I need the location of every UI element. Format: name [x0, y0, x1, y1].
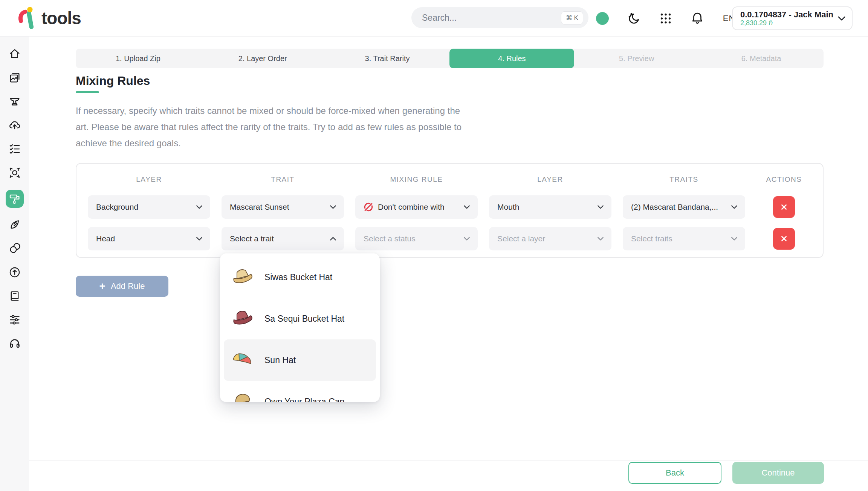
- upload-circle-icon: [8, 266, 21, 279]
- chevron-down-icon: [837, 16, 846, 21]
- add-rule-label: Add Rule: [111, 281, 145, 291]
- gallery-icon: [8, 71, 21, 84]
- rocket-icon: [8, 218, 21, 231]
- step-upload-zip[interactable]: 1. Upload Zip: [76, 49, 200, 68]
- chevron-down-icon: [196, 236, 203, 241]
- step-layer-order[interactable]: 2. Layer Order: [200, 49, 325, 68]
- sliders-icon: [8, 313, 21, 326]
- chevron-down-icon: [196, 205, 203, 209]
- mixing-rule-select[interactable]: Select a status: [355, 227, 478, 250]
- column-header-traits: TRAITS: [623, 175, 745, 184]
- brand-logo-icon: [16, 6, 38, 30]
- column-header-trait: TRAIT: [222, 175, 344, 184]
- cap-icon: [229, 392, 256, 402]
- sidebar-item-launch[interactable]: [6, 218, 24, 232]
- step-preview[interactable]: 5. Preview: [574, 49, 699, 68]
- sidebar-item-home[interactable]: [6, 47, 24, 61]
- bell-icon: [690, 11, 704, 26]
- chevron-down-icon: [731, 205, 738, 209]
- trait-select-open[interactable]: Select a trait: [222, 227, 344, 250]
- sidebar-item-checklist[interactable]: [6, 142, 24, 156]
- step-rules[interactable]: 4. Rules: [449, 49, 574, 68]
- mixing-rule-select[interactable]: Don't combine with: [355, 195, 478, 219]
- chevron-down-icon: [330, 205, 336, 209]
- book-icon: [8, 290, 21, 302]
- account-menu[interactable]: 0.0.1704837 - Jack Main 2,830.29 ℏ: [732, 6, 853, 30]
- trait-option-siwas-bucket-hat[interactable]: Siwas Bucket Hat: [224, 256, 376, 298]
- add-rule-button[interactable]: + Add Rule: [76, 276, 168, 297]
- target-layer-select[interactable]: Select a layer: [489, 227, 611, 250]
- target-traits-select[interactable]: (2) Mascarat Bandana,...: [623, 195, 745, 219]
- apps-grid-icon: [659, 12, 672, 25]
- connection-status-indicator[interactable]: [594, 10, 611, 27]
- sidebar-item-settings[interactable]: [6, 313, 24, 327]
- coins-icon: [8, 242, 21, 255]
- chevron-down-icon: [731, 236, 738, 241]
- step-trait-rarity[interactable]: 3. Trait Rarity: [325, 49, 450, 68]
- page-title: Mixing Rules: [76, 74, 150, 88]
- delete-rule-button[interactable]: [773, 196, 795, 218]
- back-button[interactable]: Back: [628, 462, 721, 484]
- search-input[interactable]: Search... ⌘ K: [411, 7, 588, 28]
- chevron-down-icon: [597, 205, 604, 209]
- brand-logo[interactable]: tools: [16, 6, 81, 30]
- trait-option-own-your-plaza-cap[interactable]: Own Your Plaza Cap: [224, 381, 376, 402]
- delete-rule-button[interactable]: [773, 228, 795, 250]
- layer-select[interactable]: Head: [88, 227, 210, 250]
- target-traits-select[interactable]: Select traits: [623, 227, 745, 250]
- notifications-button[interactable]: [689, 10, 706, 27]
- home-icon: [8, 48, 21, 60]
- status-dot-icon: [596, 12, 609, 25]
- column-header-target-layer: LAYER: [489, 175, 611, 184]
- checklist-icon: [8, 143, 21, 155]
- rules-table-header: LAYER TRAIT MIXING RULE LAYER TRAITS ACT…: [88, 172, 811, 187]
- paint-roller-icon: [8, 192, 21, 205]
- sidebar-item-upload-zip[interactable]: [6, 118, 24, 132]
- page-description: If necessary, specify which traits canno…: [76, 103, 471, 151]
- sidebar-item-support[interactable]: [6, 337, 24, 350]
- sidebar-item-art-engine[interactable]: [6, 190, 24, 208]
- close-icon: [780, 203, 788, 211]
- rule-row-2: Head Select a trait Select a status Sele…: [88, 227, 811, 250]
- trait-option-sa-sequi-bucket-hat[interactable]: Sa Sequi Bucket Hat: [224, 298, 376, 339]
- moon-icon: [627, 11, 641, 26]
- sidebar-item-focus[interactable]: [6, 166, 24, 180]
- plus-icon: +: [99, 281, 105, 292]
- dark-mode-toggle[interactable]: [626, 10, 642, 27]
- column-header-layer: LAYER: [88, 175, 210, 184]
- anvil-icon: [8, 95, 21, 108]
- rules-table: LAYER TRAIT MIXING RULE LAYER TRAITS ACT…: [76, 163, 824, 258]
- account-id: 0.0.1704837 - Jack Main: [740, 10, 837, 19]
- continue-button[interactable]: Continue: [732, 462, 824, 484]
- cloud-upload-icon: [8, 119, 21, 132]
- brand-name: tools: [41, 8, 81, 28]
- bucket-hat-icon: [229, 309, 256, 328]
- sidebar-item-publish[interactable]: [6, 265, 24, 279]
- trait-dropdown: Siwas Bucket Hat Sa Sequi Bucket Hat: [220, 253, 380, 402]
- sidebar-item-tokens[interactable]: [6, 242, 24, 255]
- app-header: tools Search... ⌘ K: [0, 0, 868, 37]
- search-placeholder: Search...: [422, 13, 561, 23]
- sun-hat-icon: [229, 350, 256, 370]
- ban-icon: [364, 202, 373, 212]
- focus-icon: [8, 166, 21, 179]
- trait-select[interactable]: Mascarat Sunset: [222, 195, 344, 219]
- rule-row-1: Background Mascarat Sunset: [88, 195, 811, 219]
- target-layer-select[interactable]: Mouth: [489, 195, 611, 219]
- bucket-hat-icon: [229, 267, 256, 287]
- footer-bar: Back Continue: [29, 460, 868, 491]
- apps-menu-button[interactable]: [657, 10, 674, 27]
- layer-select[interactable]: Background: [88, 195, 210, 219]
- column-header-actions: ACTIONS: [756, 175, 811, 184]
- wizard-stepper: 1. Upload Zip 2. Layer Order 3. Trait Ra…: [76, 49, 824, 68]
- sidebar-item-forge[interactable]: [6, 95, 24, 108]
- sidebar-item-docs[interactable]: [6, 289, 24, 303]
- step-metadata[interactable]: 6. Metadata: [699, 49, 824, 68]
- chevron-down-icon: [463, 205, 470, 209]
- sidebar: [0, 37, 29, 491]
- close-icon: [780, 235, 788, 243]
- sidebar-item-gallery[interactable]: [6, 71, 24, 84]
- search-shortcut-badge: ⌘ K: [561, 11, 583, 25]
- trait-option-sun-hat[interactable]: Sun Hat: [224, 339, 376, 381]
- headset-icon: [8, 337, 21, 350]
